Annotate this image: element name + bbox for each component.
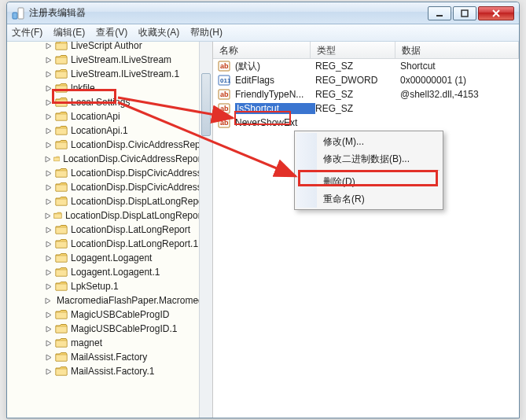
- value-name: (默认): [235, 60, 315, 73]
- tree-item[interactable]: LocationApi.1: [7, 123, 212, 138]
- value-name: NeverShowExt: [235, 117, 315, 128]
- tree-item[interactable]: MacromediaFlashPaper.MacromediaFlashPape…: [7, 293, 212, 308]
- tree-item[interactable]: Logagent.Logagent.1: [7, 265, 212, 279]
- value-type: REG_SZ: [315, 89, 400, 100]
- folder-icon: [55, 223, 68, 236]
- tree-item[interactable]: LocationDisp.DispLatLongReport: [7, 194, 212, 208]
- tree-item[interactable]: magnet: [7, 336, 212, 350]
- tree-item[interactable]: lnkfile: [7, 81, 212, 95]
- expand-icon[interactable]: [45, 240, 53, 249]
- menu-view[interactable]: 查看(V): [96, 26, 127, 39]
- folder-icon: [55, 365, 68, 378]
- expand-icon[interactable]: [45, 297, 52, 305]
- tree-item[interactable]: LiveStream.ILiveStream.1: [7, 67, 212, 81]
- expand-icon[interactable]: [45, 254, 53, 263]
- tree-item-label: LiveScript Author: [71, 42, 142, 51]
- expand-icon[interactable]: [45, 98, 53, 107]
- ctx-delete[interactable]: 删除(D): [296, 173, 441, 190]
- col-type[interactable]: 类型: [311, 42, 395, 58]
- expand-icon[interactable]: [45, 112, 53, 121]
- tree-pane[interactable]: LiveScript AuthorLiveStream.ILiveStreamL…: [7, 42, 213, 418]
- tree-item-label: LiveStream.ILiveStream.1: [71, 68, 179, 79]
- col-name[interactable]: 名称: [213, 42, 311, 58]
- tree-item-label: LocationDisp.CivicAddressReport: [71, 139, 212, 150]
- tree-item-label: LocationDisp.DispLatLongReport: [71, 196, 209, 207]
- expand-icon[interactable]: [45, 70, 53, 79]
- value-header[interactable]: 名称 类型 数据: [213, 42, 519, 59]
- value-row[interactable]: ab(默认)REG_SZShortcut: [213, 59, 519, 73]
- expand-icon[interactable]: [45, 56, 53, 64]
- tree-item[interactable]: LocationDisp.CivicAddressReport: [7, 138, 212, 152]
- menubar[interactable]: 文件(F) 编辑(E) 查看(V) 收藏夹(A) 帮助(H): [7, 24, 519, 42]
- folder-icon: [55, 68, 68, 80]
- expand-icon[interactable]: [45, 353, 53, 362]
- folder-icon: [55, 167, 68, 179]
- tree-item-label: LocationDisp.CivicAddressReport.1: [63, 153, 212, 164]
- titlebar[interactable]: 注册表编辑器: [7, 2, 519, 24]
- tree-item[interactable]: MagicUSBCableProgID: [7, 308, 212, 322]
- value-row[interactable]: abIsShortcutREG_SZ: [213, 101, 519, 116]
- expand-icon[interactable]: [45, 155, 52, 164]
- ctx-modify[interactable]: 修改(M)...: [296, 133, 441, 150]
- tree-item[interactable]: LocationDisp.LatLongReport: [7, 223, 212, 237]
- expand-icon[interactable]: [45, 367, 53, 376]
- tree-item[interactable]: Logagent.Logagent: [7, 251, 212, 265]
- value-pane[interactable]: 名称 类型 数据 ab(默认)REG_SZShortcut011EditFlag…: [213, 42, 519, 418]
- maximize-button[interactable]: [453, 6, 476, 20]
- value-row[interactable]: 011EditFlagsREG_DWORD0x00000001 (1): [213, 73, 519, 87]
- value-data: 0x00000001 (1): [400, 75, 519, 86]
- tree-item-label: LocationApi: [71, 111, 120, 122]
- menu-file[interactable]: 文件(F): [12, 26, 42, 39]
- expand-icon[interactable]: [45, 127, 53, 135]
- tree-item[interactable]: LocationApi: [7, 109, 212, 123]
- tree-item[interactable]: LocationDisp.DispCivicAddress: [7, 166, 212, 180]
- tree-item[interactable]: LiveScript Author: [7, 42, 212, 53]
- menu-favorites[interactable]: 收藏夹(A): [138, 26, 179, 39]
- value-row[interactable]: abFriendlyTypeN...REG_SZ@shell32.dll,-41…: [213, 87, 519, 101]
- svg-rect-3: [462, 10, 468, 17]
- expand-icon[interactable]: [45, 226, 53, 234]
- expand-icon[interactable]: [45, 42, 53, 50]
- tree-scrollbar[interactable]: [199, 42, 212, 418]
- client-area: LiveScript AuthorLiveStream.ILiveStreamL…: [7, 42, 519, 418]
- tree-item[interactable]: Local Settings: [7, 95, 212, 109]
- expand-icon[interactable]: [45, 141, 53, 149]
- col-data[interactable]: 数据: [395, 42, 519, 58]
- expand-icon[interactable]: [45, 339, 53, 348]
- expand-icon[interactable]: [45, 169, 53, 178]
- registry-editor-window: 注册表编辑器 文件(F) 编辑(E) 查看(V) 收藏夹(A) 帮助(H) Li…: [6, 2, 520, 418]
- tree-item[interactable]: LocationDisp.LatLongReport.1: [7, 237, 212, 251]
- expand-icon[interactable]: [45, 212, 52, 220]
- tree-item[interactable]: LiveStream.ILiveStream: [7, 53, 212, 67]
- expand-icon[interactable]: [45, 268, 53, 277]
- tree-item[interactable]: LocationDisp.CivicAddressReport.1: [7, 152, 212, 166]
- tree-item[interactable]: MagicUSBCableProgID.1: [7, 322, 212, 336]
- tree-item-label: LiveStream.ILiveStream: [71, 54, 171, 65]
- tree-item[interactable]: LpkSetup.1: [7, 279, 212, 293]
- expand-icon[interactable]: [45, 183, 53, 192]
- menu-edit[interactable]: 编辑(E): [53, 26, 85, 39]
- scrollbar-thumb[interactable]: [201, 73, 211, 136]
- tree-item[interactable]: MailAssist.Factory.1: [7, 364, 212, 378]
- expand-icon[interactable]: [45, 197, 53, 206]
- folder-icon: [53, 209, 62, 222]
- svg-text:ab: ab: [220, 90, 229, 98]
- tree-item[interactable]: MailAssist.Factory: [7, 350, 212, 364]
- ctx-rename[interactable]: 重命名(R): [296, 190, 441, 208]
- tree-item-label: LocationDisp.LatLongReport.1: [71, 238, 198, 249]
- expand-icon[interactable]: [45, 311, 53, 319]
- ctx-modify-binary[interactable]: 修改二进制数据(B)...: [296, 150, 441, 168]
- close-button[interactable]: [478, 6, 514, 20]
- value-row[interactable]: abNeverShowExt: [213, 116, 519, 130]
- expand-icon[interactable]: [45, 325, 53, 333]
- tree-item[interactable]: LocationDisp.DispLatLongReport.1: [7, 208, 212, 223]
- expand-icon[interactable]: [45, 84, 53, 93]
- tree-item[interactable]: LocationDisp.DispCivicAddress.1: [7, 180, 212, 194]
- minimize-button[interactable]: [428, 6, 451, 20]
- menu-help[interactable]: 帮助(H): [190, 26, 223, 39]
- value-name: IsShortcut: [235, 103, 315, 114]
- context-menu[interactable]: 修改(M)... 修改二进制数据(B)... 删除(D) 重命名(R): [294, 131, 443, 210]
- tree-item-label: MagicUSBCableProgID.1: [71, 323, 177, 334]
- expand-icon[interactable]: [45, 282, 53, 291]
- folder-icon: [55, 252, 68, 264]
